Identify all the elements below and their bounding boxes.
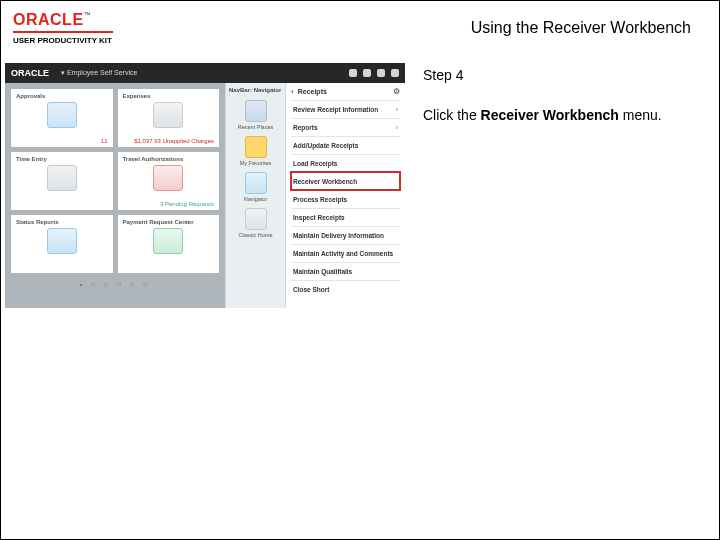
- menu-item-maintain-activity[interactable]: Maintain Activity and Comments: [291, 244, 400, 262]
- search-icon[interactable]: [363, 69, 371, 77]
- tile-travel-auth[interactable]: Travel Authorizations 3 Pending Requests: [118, 152, 220, 210]
- homepage-tiles: Approvals 11 Expenses $1,037.93 Unapplie…: [5, 83, 225, 308]
- navigator-icon: [245, 172, 267, 194]
- approvals-icon: [47, 102, 77, 128]
- navbar-item-label: Navigator: [229, 196, 282, 202]
- menu-item-close-short[interactable]: Close Short: [291, 280, 400, 298]
- oracle-tm: ™: [84, 11, 91, 18]
- time-entry-icon: [47, 165, 77, 191]
- navbar-item-recent[interactable]: Recent Places: [229, 100, 282, 130]
- menu-item-add-update-receipts[interactable]: Add/Update Receipts: [291, 136, 400, 154]
- navbar-icon[interactable]: [391, 69, 399, 77]
- menu-heading-text: Receipts: [298, 88, 327, 95]
- breadcrumb: ▾ Employee Self Service: [61, 69, 137, 77]
- navbar-item-favorites[interactable]: My Favorites: [229, 136, 282, 166]
- favorites-icon: [245, 136, 267, 158]
- menu-item-process-receipts[interactable]: Process Receipts: [291, 190, 400, 208]
- step-text-bold: Receiver Workbench: [481, 107, 619, 123]
- navbar-column: NavBar: Navigator Recent Places My Favor…: [225, 83, 285, 308]
- notifications-icon[interactable]: [377, 69, 385, 77]
- tile-approvals[interactable]: Approvals 11: [11, 89, 113, 147]
- chevron-right-icon: ›: [396, 106, 398, 113]
- embedded-screenshot: ORACLE ▾ Employee Self Service Approvals…: [5, 63, 405, 308]
- main-area: ORACLE ▾ Employee Self Service Approvals…: [1, 63, 719, 318]
- menu-item-maintain-qual[interactable]: Maintain Qualifiails: [291, 262, 400, 280]
- travel-auth-icon: [153, 165, 183, 191]
- menu-item-label: Review Receipt Information: [293, 106, 378, 113]
- oracle-brand: ORACLE™ USER PRODUCTIVITY KIT: [7, 7, 119, 49]
- navbar-item-label: Classic Home: [229, 232, 282, 238]
- menu-item-maintain-delivery[interactable]: Maintain Delivery Information: [291, 226, 400, 244]
- upk-label: USER PRODUCTIVITY KIT: [13, 36, 113, 45]
- expenses-icon: [153, 102, 183, 128]
- tile-label: Travel Authorizations: [123, 156, 215, 162]
- recent-places-icon: [245, 100, 267, 122]
- app-body: Approvals 11 Expenses $1,037.93 Unapplie…: [5, 83, 405, 308]
- instructions-pane: Step 4 Click the Receiver Workbench menu…: [423, 63, 709, 308]
- chevron-right-icon: ›: [396, 124, 398, 131]
- tile-label: Status Reports: [16, 219, 108, 225]
- app-topbar: ORACLE ▾ Employee Self Service: [5, 63, 405, 83]
- oracle-wordmark: ORACLE: [13, 11, 84, 28]
- step-text-pre: Click the: [423, 107, 481, 123]
- menu-heading: ‹ Receipts ⚙: [291, 87, 400, 96]
- app-brand: ORACLE: [11, 68, 49, 78]
- menu-item-reports[interactable]: Reports›: [291, 118, 400, 136]
- tile-footer: $1,037.93 Unapplied Charges: [134, 138, 214, 144]
- page-dots: • ○ ○ ○ ○ ○: [11, 280, 219, 289]
- tile-footer: 11: [101, 138, 108, 144]
- tile-label: Expenses: [123, 93, 215, 99]
- menu-item-review-receipt-info[interactable]: Review Receipt Information›: [291, 100, 400, 118]
- home-icon[interactable]: [349, 69, 357, 77]
- status-reports-icon: [47, 228, 77, 254]
- tile-label: Payment Request Center: [123, 219, 215, 225]
- back-icon[interactable]: ‹: [291, 87, 294, 96]
- step-text-post: menu.: [619, 107, 662, 123]
- navigator-menu: ‹ Receipts ⚙ Review Receipt Information›…: [285, 83, 405, 308]
- menu-item-inspect-receipts[interactable]: Inspect Receipts: [291, 208, 400, 226]
- navbar-title: NavBar: Navigator: [229, 87, 282, 93]
- menu-item-load-receipts[interactable]: Load Receipts: [291, 154, 400, 172]
- tile-expenses[interactable]: Expenses $1,037.93 Unapplied Charges: [118, 89, 220, 147]
- tile-label: Time Entry: [16, 156, 108, 162]
- step-text: Click the Receiver Workbench menu.: [423, 107, 709, 123]
- tile-time-entry[interactable]: Time Entry: [11, 152, 113, 210]
- tile-status-reports[interactable]: Status Reports: [11, 215, 113, 273]
- tile-footer: 3 Pending Requests: [160, 201, 214, 207]
- navbar-item-navigator[interactable]: Navigator: [229, 172, 282, 202]
- oracle-rule: [13, 31, 113, 33]
- tile-label: Approvals: [16, 93, 108, 99]
- page-banner: ORACLE™ USER PRODUCTIVITY KIT Using the …: [1, 1, 719, 63]
- topbar-icons: [349, 69, 399, 77]
- payment-request-icon: [153, 228, 183, 254]
- page-title: Using the Receiver Workbench: [471, 19, 709, 37]
- breadcrumb-text: Employee Self Service: [67, 69, 137, 76]
- menu-item-receiver-workbench[interactable]: Receiver Workbench: [291, 172, 400, 190]
- menu-item-label: Reports: [293, 124, 318, 131]
- gear-icon[interactable]: ⚙: [393, 87, 400, 96]
- navbar-item-classic-home[interactable]: Classic Home: [229, 208, 282, 238]
- classic-home-icon: [245, 208, 267, 230]
- navbar-item-label: My Favorites: [229, 160, 282, 166]
- navbar-item-label: Recent Places: [229, 124, 282, 130]
- step-label: Step 4: [423, 67, 709, 83]
- tile-payment-request[interactable]: Payment Request Center: [118, 215, 220, 273]
